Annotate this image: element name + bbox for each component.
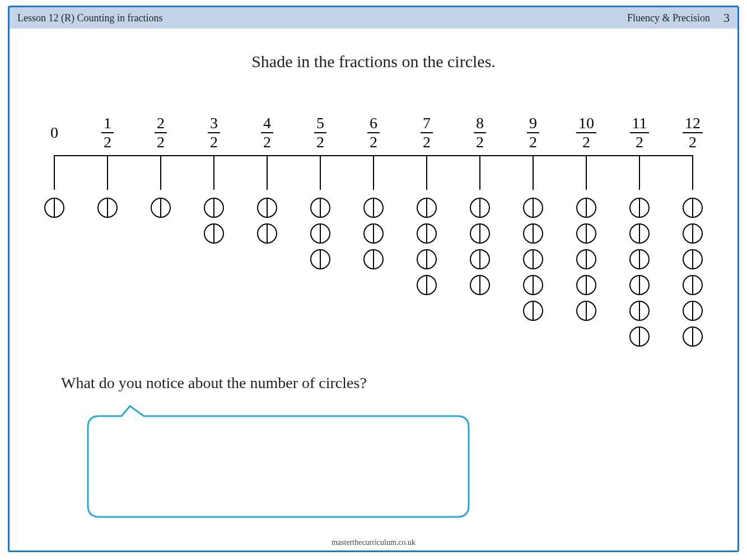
half-circle-icon (628, 300, 651, 322)
half-circle-icon (203, 197, 225, 219)
fraction-numerator: 4 (261, 115, 273, 133)
half-circle-icon (256, 222, 278, 245)
half-circle-icon (522, 274, 544, 296)
fraction-label: 92 (527, 110, 539, 155)
tick-container (192, 155, 236, 194)
tick-container (564, 155, 609, 194)
tick-container (245, 155, 290, 194)
tick-mark (267, 155, 268, 190)
circles-stack (681, 197, 704, 348)
number-line-area: 0122232425262728292102112122 (32, 110, 715, 402)
worksheet-page: Lesson 12 (R) Counting in fractions Flue… (8, 6, 739, 552)
circles-stack (415, 197, 438, 296)
fraction-label: 82 (474, 110, 486, 155)
circles-stack (522, 197, 544, 322)
half-circle-icon (575, 274, 597, 296)
number-line-column: 72 (404, 110, 449, 348)
fraction-denominator: 2 (636, 133, 643, 150)
half-circle-icon (415, 248, 438, 270)
circles-stack (628, 197, 651, 348)
fraction: 82 (474, 115, 486, 150)
tick-container (32, 155, 77, 194)
circles-stack (362, 197, 385, 270)
fraction-label: 122 (683, 110, 703, 155)
half-circle-icon (522, 222, 544, 245)
fraction-numerator: 3 (208, 115, 220, 133)
fraction-label: 52 (314, 110, 326, 155)
circles-stack (469, 197, 491, 296)
tick-container (457, 155, 502, 194)
fraction-label: 22 (155, 110, 167, 155)
half-circle-icon (469, 222, 491, 245)
fraction-numerator: 8 (474, 115, 486, 133)
fraction: 32 (208, 115, 220, 150)
half-circle-icon (415, 197, 438, 219)
fraction-numerator: 2 (155, 115, 167, 133)
fraction-denominator: 2 (370, 133, 377, 150)
half-circle-icon (256, 197, 278, 219)
header-right: Fluency & Precision 3 (627, 11, 730, 25)
tick-container (617, 155, 662, 194)
fraction: 92 (527, 115, 539, 150)
tick-mark (107, 155, 108, 190)
half-circle-icon (575, 248, 597, 270)
half-circle-icon (628, 248, 651, 270)
fraction-label: 112 (630, 110, 650, 155)
half-circle-icon (150, 197, 172, 219)
half-circle-icon (43, 197, 66, 219)
number-line-column: 52 (298, 110, 343, 348)
fraction-numerator: 11 (630, 115, 650, 133)
category-label: Fluency & Precision (627, 12, 710, 24)
fraction-label: 0 (50, 110, 58, 155)
half-circle-icon (681, 222, 704, 245)
fraction: 62 (367, 115, 380, 150)
lesson-title: Lesson 12 (R) Counting in fractions (17, 12, 162, 24)
half-circle-icon (415, 274, 438, 296)
tick-container (670, 155, 715, 194)
header-bar: Lesson 12 (R) Counting in fractions Flue… (10, 7, 737, 29)
tick-mark (639, 155, 640, 190)
half-circle-icon (309, 222, 332, 245)
fraction-numerator: 6 (367, 115, 380, 133)
circles-stack (203, 197, 225, 245)
fraction-label: 32 (208, 110, 220, 155)
half-circle-icon (575, 300, 597, 322)
fraction-denominator: 2 (210, 133, 218, 150)
half-circle-icon (309, 197, 332, 219)
half-circle-icon (575, 222, 597, 245)
tick-mark (213, 155, 214, 190)
fraction-numerator: 7 (421, 115, 433, 133)
fraction: 112 (630, 115, 650, 150)
half-circle-icon (96, 197, 119, 219)
half-circle-icon (362, 197, 385, 219)
number-line-column: 102 (564, 110, 609, 348)
number-line-column: 12 (85, 110, 130, 348)
fraction-label: 42 (261, 110, 273, 155)
tick-mark (479, 155, 480, 190)
fraction-numerator: 9 (527, 115, 539, 133)
half-circle-icon (469, 274, 491, 296)
fraction: 102 (576, 115, 596, 150)
circles-stack (150, 197, 172, 219)
fraction: 12 (101, 115, 114, 150)
tick-mark (533, 155, 534, 190)
circles-stack (309, 197, 332, 270)
half-circle-icon (628, 222, 651, 245)
fraction-label: 62 (367, 110, 380, 155)
fraction-numerator: 12 (683, 115, 703, 133)
number-line-column: 62 (351, 110, 396, 348)
fraction: 42 (261, 115, 273, 150)
half-circle-icon (681, 274, 704, 296)
tick-mark (54, 155, 55, 190)
half-circle-icon (681, 248, 704, 270)
fraction-denominator: 2 (476, 133, 484, 150)
half-circle-icon (522, 197, 544, 219)
number-line-column: 0 (32, 110, 77, 348)
number-line-column: 42 (245, 110, 290, 348)
tick-mark (692, 155, 693, 190)
half-circle-icon (469, 197, 491, 219)
tick-container (351, 155, 396, 194)
fraction-label: 12 (101, 110, 114, 155)
tick-container (511, 155, 555, 194)
fraction-denominator: 2 (316, 133, 324, 150)
